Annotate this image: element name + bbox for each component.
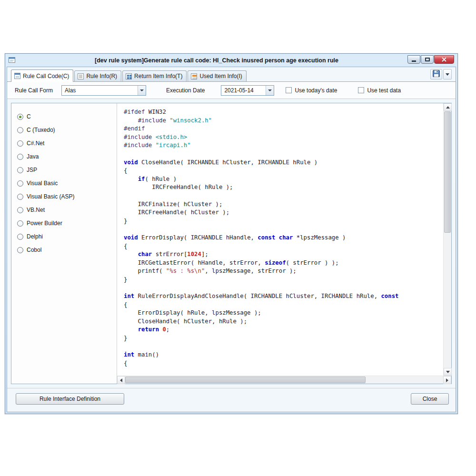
language-label: Visual Basic (ASP) [27, 193, 74, 200]
used-item-info-tab-icon [191, 73, 197, 79]
code-line: IRCGetLastError( hHandle, strError, size… [124, 259, 443, 268]
code-line: #include "winsock2.h" [124, 117, 443, 125]
scroll-down-button[interactable] [444, 368, 452, 376]
language-option-vb-net[interactable]: VB.Net [11, 203, 117, 217]
language-label: Visual Basic [27, 180, 58, 187]
language-label: C#.Net [27, 140, 44, 147]
language-option-visual-basic-asp[interactable]: Visual Basic (ASP) [11, 190, 117, 203]
code-line: void ErrorDisplay( IRCHANDLE hHandle, co… [124, 234, 443, 242]
checkbox-icon [358, 87, 364, 93]
rule-call-form-select[interactable]: Alas [61, 85, 146, 96]
rule-info-tab-icon [78, 73, 84, 79]
tab-rule-info-r[interactable]: Rule Info(R) [74, 70, 121, 81]
tab-label: Return Item Info(T) [134, 73, 182, 79]
horizontal-scrollbar[interactable] [117, 376, 451, 384]
code-line [124, 343, 443, 351]
language-label: VB.Net [27, 207, 45, 213]
vertical-scrollbar[interactable] [443, 103, 451, 376]
minimize-button[interactable] [407, 55, 420, 64]
language-label: C (Tuxedo) [27, 127, 55, 133]
code-line: IRCFreeHandle( hCluster ); [124, 208, 443, 217]
tab-used-item-info-i[interactable]: Used Item Info(I) [188, 70, 246, 81]
maximize-button[interactable] [421, 55, 434, 64]
language-option-delphi[interactable]: Delphi [11, 230, 117, 243]
execution-date-select[interactable]: 2021-05-14 [221, 85, 274, 96]
radio-icon [17, 180, 23, 187]
code-line: CloseHandle( hCluster, hRule ); [124, 317, 443, 326]
tab-strip-tabs: Rule Call Code(C)Rule Info(R)Return Item… [11, 69, 247, 81]
language-label: Delphi [27, 233, 43, 240]
tab-rule-call-code-c[interactable]: Rule Call Code(C) [11, 69, 73, 82]
language-label: JSP [27, 167, 37, 173]
code-line: printf( "%s : %s\n", lpszMessage, strErr… [124, 267, 443, 276]
language-option-c-tuxedo[interactable]: C (Tuxedo) [11, 123, 117, 137]
scroll-up-button[interactable] [444, 103, 452, 111]
code-panel: #ifdef WIN32 #include "winsock2.h"#endif… [117, 103, 451, 384]
content-area: CC (Tuxedo)C#.NetJavaJSPVisual BasicVisu… [11, 103, 452, 384]
use-todays-date-checkbox[interactable]: Use today's date [286, 87, 337, 94]
window-controls [407, 55, 454, 64]
rule-call-form-value: Alas [62, 87, 138, 94]
save-button[interactable] [430, 69, 442, 79]
language-option-power-builder[interactable]: Power Builder [11, 217, 117, 230]
footer: Rule Interface Definition Close [7, 388, 456, 412]
scroll-left-button[interactable] [117, 376, 125, 384]
language-label: Power Builder [27, 220, 62, 227]
code-line: { [124, 359, 443, 368]
language-option-java[interactable]: Java [11, 150, 117, 163]
language-option-c[interactable]: C [11, 110, 117, 123]
code-line: if( hRule ) [124, 175, 443, 184]
code-line: IRCFreeHandle( hRule ); [124, 183, 443, 192]
chevron-down-icon [138, 86, 146, 95]
code-line [124, 192, 443, 200]
return-item-info-tab-icon [126, 73, 132, 79]
save-options-button[interactable] [443, 69, 452, 79]
scroll-right-button[interactable] [443, 376, 451, 384]
tab-label: Rule Info(R) [86, 73, 117, 79]
minimize-icon [412, 60, 416, 62]
rule-call-code-tab-icon [14, 73, 20, 79]
code-line [124, 225, 443, 234]
tab-label: Used Item Info(I) [199, 73, 242, 79]
code-line [124, 284, 443, 292]
language-option-c-net[interactable]: C#.Net [11, 137, 117, 150]
chevron-down-icon [266, 86, 274, 95]
close-dialog-button[interactable]: Close [411, 393, 449, 405]
use-test-data-checkbox[interactable]: Use test data [358, 87, 401, 94]
tab-return-item-info-t[interactable]: Return Item Info(T) [122, 70, 187, 81]
language-list: CC (Tuxedo)C#.NetJavaJSPVisual BasicVisu… [11, 103, 117, 384]
save-floppy-icon [433, 70, 440, 79]
language-option-jsp[interactable]: JSP [11, 163, 117, 177]
vertical-scrollbar-thumb[interactable] [444, 111, 451, 233]
language-option-visual-basic[interactable]: Visual Basic [11, 177, 117, 190]
close-icon [441, 57, 447, 62]
titlebar[interactable]: [dev rule system]Generate rule call code… [5, 54, 457, 67]
rule-interface-definition-button[interactable]: Rule Interface Definition [16, 393, 124, 405]
window-title: [dev rule system]Generate rule call code… [5, 57, 457, 64]
code-line: #ifdef WIN32 [124, 108, 443, 117]
language-option-cobol[interactable]: Cobol [11, 243, 117, 257]
code-line: ErrorDisplay( hRule, lpszMessage ); [124, 309, 443, 317]
horizontal-scrollbar-thumb[interactable] [125, 377, 366, 383]
code-line: { [124, 301, 443, 309]
language-label: C [27, 113, 31, 120]
tab-label: Rule Call Code(C) [23, 73, 69, 79]
maximize-icon [425, 58, 430, 61]
language-label: Cobol [27, 247, 41, 253]
dialog-window: [dev rule system]Generate rule call code… [5, 53, 458, 414]
desktop: [dev rule system]Generate rule call code… [0, 0, 476, 476]
language-label: Java [27, 153, 39, 160]
code-line: #endif [124, 125, 443, 133]
radio-icon [17, 127, 23, 133]
radio-icon [17, 154, 23, 160]
code-line: int RuleErrorDisplayAndCloseHandle( IRCH… [124, 292, 443, 301]
use-todays-date-label: Use today's date [295, 87, 337, 94]
dialog-body: Rule Call Code(C)Rule Info(R)Return Item… [7, 67, 456, 412]
code-content[interactable]: #ifdef WIN32 #include "winsock2.h"#endif… [117, 103, 443, 376]
use-test-data-label: Use test data [367, 87, 401, 94]
close-button[interactable] [434, 55, 454, 64]
code-line: #include "ircapi.h" [124, 141, 443, 150]
rule-call-form-label: Rule Call Form [15, 87, 53, 94]
execution-date-label: Execution Date [166, 87, 205, 94]
tab-strip: Rule Call Code(C)Rule Info(R)Return Item… [7, 67, 456, 82]
